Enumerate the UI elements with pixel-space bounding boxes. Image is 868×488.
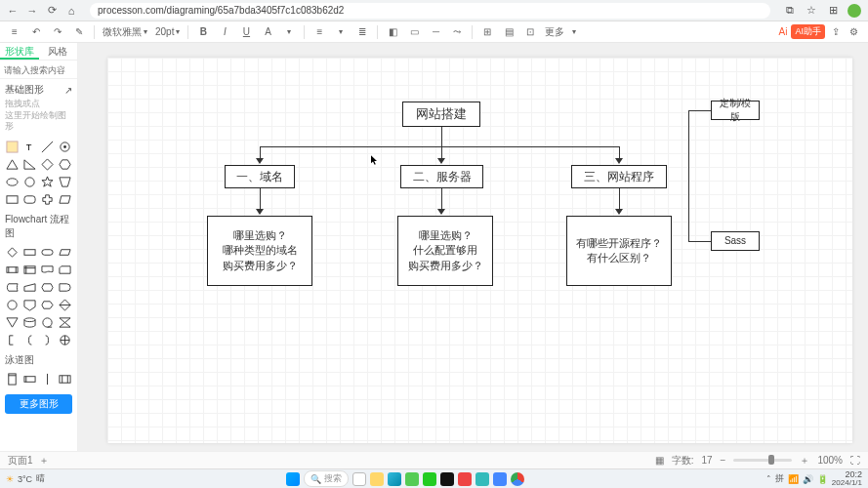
fc-or[interactable] — [59, 333, 72, 346]
node-side-bottom[interactable]: Sass — [711, 231, 760, 251]
chevron-down-icon[interactable]: ▾ — [334, 25, 348, 39]
fc-tape[interactable] — [41, 315, 55, 329]
shape-line[interactable] — [41, 140, 55, 153]
bold-button[interactable]: B — [196, 25, 210, 39]
app-icon-teal[interactable] — [475, 472, 489, 486]
shape-star[interactable] — [41, 175, 55, 188]
pool-vertical[interactable] — [5, 372, 19, 386]
ai-assistant-button[interactable]: AI助手 — [791, 24, 825, 39]
fc-collate[interactable] — [59, 315, 72, 329]
search-input[interactable] — [4, 65, 73, 75]
browser-home-button[interactable]: ⌂ — [64, 4, 78, 18]
fc-sort[interactable] — [59, 298, 72, 311]
fc-card[interactable] — [59, 263, 72, 276]
tab-style[interactable]: 风格 — [39, 43, 78, 60]
section-pool-header[interactable]: 泳道图 — [0, 349, 77, 369]
section-basic-header[interactable]: 基础图形 ↗ — [0, 79, 77, 99]
chevron-down-icon[interactable]: ▾ — [176, 27, 180, 36]
more-shapes-button[interactable]: 更多图形 — [5, 394, 72, 414]
shape-circle-dot[interactable] — [59, 140, 72, 153]
fill-color-button[interactable]: ◧ — [386, 25, 399, 39]
shape-text[interactable]: T — [22, 140, 36, 153]
align-button[interactable]: ≡ — [312, 25, 326, 39]
artboard[interactable]: 网站搭建 一、域名 二、服务器 三、网站程序 哪里选购？ 哪种类型的域名 购买费… — [107, 58, 852, 443]
pool-lanes[interactable] — [59, 372, 72, 386]
fc-offpage[interactable] — [22, 298, 36, 311]
fc-internal-storage[interactable] — [22, 263, 36, 276]
shape-note[interactable] — [5, 140, 19, 153]
chevron-down-icon[interactable]: ▾ — [144, 27, 147, 36]
task-view-icon[interactable] — [352, 472, 366, 486]
fc-process[interactable] — [22, 245, 36, 259]
browser-forward-button[interactable]: → — [25, 4, 39, 18]
browser-reload-button[interactable]: ⟳ — [45, 4, 59, 18]
settings-icon[interactable]: ⚙ — [847, 25, 860, 39]
fullscreen-icon[interactable]: ⛶ — [850, 455, 860, 466]
tray-wifi-icon[interactable]: 📶 — [788, 474, 799, 484]
profile-avatar[interactable] — [847, 3, 862, 19]
connector-style-button[interactable]: ⤳ — [450, 25, 464, 39]
shape-diamond[interactable] — [41, 157, 55, 171]
undo-button[interactable]: ↶ — [29, 25, 43, 39]
fc-connector[interactable] — [5, 298, 19, 311]
weather-widget[interactable]: ☀ 3°C 晴 — [6, 472, 45, 485]
zoom-level[interactable]: 100% — [817, 455, 843, 466]
group-button[interactable]: ⊡ — [523, 25, 537, 39]
tray-volume-icon[interactable]: 🔊 — [803, 474, 813, 484]
shape-rounded-rect[interactable] — [22, 192, 36, 206]
fc-brace-left[interactable] — [22, 333, 36, 346]
node-col1-body[interactable]: 哪里选购？ 哪种类型的域名 购买费用多少？ — [207, 216, 312, 286]
shape-triangle[interactable] — [5, 157, 19, 171]
fc-annotation[interactable] — [5, 333, 19, 346]
explorer-icon[interactable] — [370, 472, 384, 486]
canvas-area[interactable]: 网站搭建 一、域名 二、服务器 三、网站程序 哪里选购？ 哪种类型的域名 购买费… — [78, 43, 868, 451]
fc-display[interactable] — [41, 298, 55, 311]
page-tab[interactable]: 页面1 — [8, 454, 33, 468]
shape-hexagon[interactable] — [59, 157, 72, 171]
browser-back-button[interactable]: ← — [6, 4, 20, 18]
node-col2-title[interactable]: 二、服务器 — [400, 165, 483, 188]
chevron-down-icon[interactable]: ▾ — [282, 25, 296, 39]
shape-trapezoid-down[interactable] — [59, 175, 72, 188]
fc-merge[interactable] — [5, 315, 19, 329]
line-spacing-button[interactable]: ≣ — [355, 25, 369, 39]
border-color-button[interactable]: ▭ — [407, 25, 421, 39]
app-icon-tiktok[interactable] — [440, 472, 454, 486]
bookmark-icon[interactable]: ☆ — [804, 3, 819, 19]
extensions-icon[interactable]: ⊞ — [825, 3, 841, 19]
app-icon-red[interactable] — [458, 472, 472, 486]
redo-button[interactable]: ↷ — [51, 25, 64, 39]
edge-icon[interactable] — [388, 472, 401, 486]
taskbar-search[interactable]: 🔍 搜索 — [304, 470, 349, 487]
font-size-select[interactable]: 20pt — [155, 26, 174, 37]
pool-horizontal[interactable] — [22, 372, 36, 386]
app-icon-green[interactable] — [405, 472, 419, 486]
zoom-in-button[interactable]: ＋ — [800, 454, 809, 468]
format-painter-icon[interactable]: ✎ — [72, 25, 86, 39]
shape-right-triangle[interactable] — [22, 157, 36, 171]
node-root[interactable]: 网站搭建 — [402, 102, 480, 127]
node-col1-title[interactable]: 一、域名 — [225, 165, 295, 188]
system-tray[interactable]: ˄ 拼 📶 🔊 🔋 20:2 2024/1/1 — [766, 470, 862, 487]
taskbar-clock[interactable]: 20:2 2024/1/1 — [832, 470, 862, 487]
fc-predefined[interactable] — [5, 263, 19, 276]
app-icon-wechat[interactable] — [423, 472, 436, 486]
more-menu[interactable]: 更多 — [545, 25, 564, 39]
fc-database[interactable] — [22, 315, 36, 329]
shape-circle[interactable] — [22, 175, 36, 188]
pool-separator-v[interactable] — [41, 372, 55, 386]
layer-button[interactable]: ▤ — [502, 25, 516, 39]
fc-brace-right[interactable] — [41, 333, 55, 346]
shape-plus[interactable] — [41, 192, 55, 206]
expand-icon[interactable]: ↗ — [64, 85, 72, 96]
add-page-button[interactable]: ＋ — [39, 454, 49, 468]
chevron-down-icon[interactable]: ▾ — [572, 27, 576, 36]
node-col3-title[interactable]: 三、网站程序 — [571, 165, 667, 188]
arrange-button[interactable]: ⊞ — [480, 25, 494, 39]
menu-icon[interactable]: ≡ — [8, 25, 21, 39]
share-icon[interactable]: ⇪ — [829, 25, 843, 39]
shape-parallelogram[interactable] — [59, 192, 72, 206]
fc-data[interactable] — [59, 245, 72, 259]
font-family-select[interactable]: 微软雅黑 — [103, 25, 142, 39]
section-flowchart-header[interactable]: Flowchart 流程图 — [0, 209, 77, 242]
